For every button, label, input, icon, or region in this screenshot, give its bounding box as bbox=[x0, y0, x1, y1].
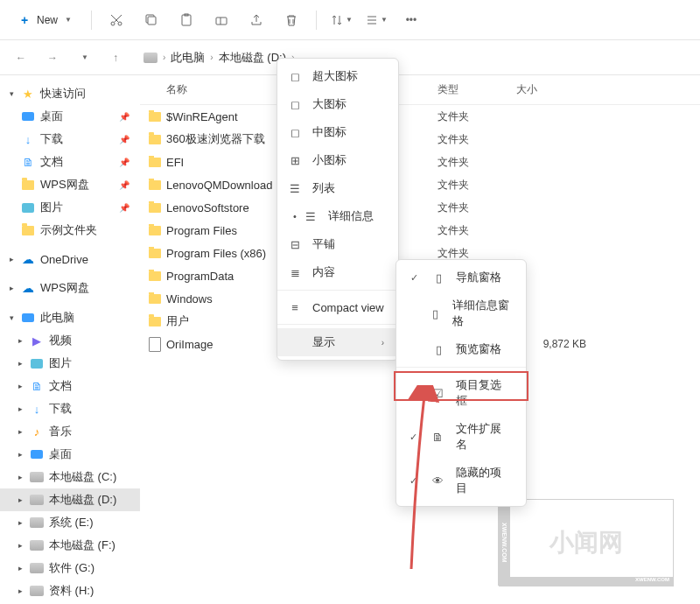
paste-button[interactable] bbox=[171, 4, 202, 36]
sidebar-quick-access[interactable]: ▾★快速访问 bbox=[0, 82, 140, 105]
sidebar-downloads[interactable]: ↓下载📌 bbox=[0, 128, 140, 151]
column-headers: 名称 类型 大小 bbox=[140, 75, 700, 105]
sidebar-wps[interactable]: WPS网盘📌 bbox=[0, 173, 140, 196]
toolbar: + New ▼ ▼ ▼ ••• bbox=[0, 0, 700, 40]
sidebar-label: 下载 bbox=[49, 401, 72, 417]
drive-icon bbox=[30, 538, 44, 552]
file-name: Windows bbox=[166, 292, 213, 306]
file-row[interactable]: Program Files2:41文件夹 bbox=[140, 219, 700, 242]
chevron-right-icon: ▸ bbox=[7, 284, 16, 292]
file-name: LenovoSoftstore bbox=[166, 201, 249, 214]
up-button[interactable]: ↑ bbox=[102, 44, 130, 72]
menu-label: 平铺 bbox=[312, 236, 335, 252]
checkbox-icon: ☑ bbox=[431, 386, 445, 400]
drive-icon bbox=[30, 493, 44, 507]
pin-icon: 📌 bbox=[119, 203, 130, 213]
chevron-right-icon: ▸ bbox=[16, 473, 24, 481]
view-button[interactable]: ▼ bbox=[360, 4, 392, 36]
sidebar-label: 资料 (H:) bbox=[49, 583, 94, 599]
column-size[interactable]: 大小 bbox=[516, 82, 586, 97]
menu-list[interactable]: ☰列表 bbox=[277, 174, 398, 202]
sidebar: ▾★快速访问 桌面📌 ↓下载📌 🗎文档📌 WPS网盘📌 图片📌 示例文件夹 ▸☁… bbox=[0, 75, 140, 604]
menu-details[interactable]: •☰详细信息 bbox=[277, 202, 398, 230]
submenu-item-checkboxes[interactable]: ☑项目复选框 bbox=[396, 371, 526, 415]
sidebar-desktop[interactable]: 桌面📌 bbox=[0, 105, 140, 128]
menu-extra-large-icons[interactable]: ◻超大图标 bbox=[277, 62, 398, 90]
sidebar-pictures[interactable]: 图片📌 bbox=[0, 196, 140, 219]
menu-label: 超大图标 bbox=[312, 68, 358, 84]
pin-icon: 📌 bbox=[119, 158, 130, 167]
file-row[interactable]: EFI6 17:18文件夹 bbox=[140, 151, 700, 173]
breadcrumb-pc[interactable]: 此电脑 bbox=[171, 50, 205, 66]
menu-show[interactable]: 显示› bbox=[277, 328, 398, 356]
chevron-down-icon: ▾ bbox=[7, 313, 16, 322]
cut-button[interactable] bbox=[101, 4, 132, 36]
sidebar-label: 桌面 bbox=[40, 109, 63, 124]
file-row[interactable]: LenovoQMDownload6 19:40文件夹 bbox=[140, 173, 700, 196]
menu-compact-view[interactable]: ≡Compact view bbox=[277, 294, 398, 320]
details-pane-icon: ▯ bbox=[430, 306, 442, 320]
menu-label: Compact view bbox=[312, 301, 384, 314]
share-button[interactable] bbox=[241, 4, 272, 36]
tiles-icon: ⊟ bbox=[288, 237, 302, 251]
sidebar-disk-f[interactable]: ▸本地磁盘 (F:) bbox=[0, 534, 140, 557]
recent-button[interactable]: ▼ bbox=[70, 44, 98, 72]
submenu-nav-pane[interactable]: ✓▯导航窗格 bbox=[396, 263, 526, 291]
bullet-icon: • bbox=[288, 211, 302, 221]
menu-large-icons[interactable]: ◻大图标 bbox=[277, 90, 398, 118]
sidebar-videos[interactable]: ▸▶视频 bbox=[0, 329, 140, 352]
sidebar-onedrive[interactable]: ▸☁OneDrive bbox=[0, 249, 140, 270]
sidebar-disk-g[interactable]: ▸软件 (G:) bbox=[0, 557, 140, 579]
file-name: OriImage bbox=[166, 338, 213, 351]
svg-rect-5 bbox=[216, 18, 227, 25]
copy-button[interactable] bbox=[136, 4, 167, 36]
sidebar-disk-e[interactable]: ▸系统 (E:) bbox=[0, 511, 140, 534]
drive-icon bbox=[30, 561, 44, 575]
sidebar-this-pc[interactable]: ▾此电脑 bbox=[0, 306, 140, 329]
sidebar-wps-drive[interactable]: ▸☁WPS网盘 bbox=[0, 277, 140, 299]
menu-separator bbox=[396, 367, 526, 368]
content-icon: ≣ bbox=[288, 265, 302, 279]
extra-large-icon: ◻ bbox=[288, 69, 302, 83]
file-row[interactable]: 360极速浏览器下载3 17:26文件夹 bbox=[140, 128, 700, 151]
column-type[interactable]: 类型 bbox=[438, 82, 516, 97]
file-type-cell: 文件夹 bbox=[438, 200, 516, 215]
sidebar-pictures2[interactable]: ▸图片 bbox=[0, 352, 140, 375]
file-row[interactable]: LenovoSoftstore6 23:31文件夹 bbox=[140, 196, 700, 219]
sidebar-label: 此电脑 bbox=[40, 310, 74, 326]
sidebar-disk-h[interactable]: ▸资料 (H:) bbox=[0, 579, 140, 602]
submenu-preview-pane[interactable]: ▯预览窗格 bbox=[396, 335, 526, 363]
svg-rect-3 bbox=[182, 15, 191, 25]
submenu-hidden-items[interactable]: ✓👁隐藏的项目 bbox=[396, 459, 526, 502]
file-row[interactable]: $WinREAgent2:15文件夹 bbox=[140, 105, 700, 128]
menu-label: 详细信息窗格 bbox=[452, 298, 512, 329]
menu-label: 文件扩展名 bbox=[456, 421, 512, 453]
sidebar-music[interactable]: ▸♪音乐 bbox=[0, 420, 140, 443]
sidebar-disk-c[interactable]: ▸本地磁盘 (C:) bbox=[0, 466, 140, 488]
menu-label: 大图标 bbox=[312, 96, 346, 112]
back-button[interactable]: ← bbox=[7, 44, 35, 72]
more-button[interactable]: ••• bbox=[396, 4, 427, 36]
menu-label: 详细信息 bbox=[328, 208, 374, 224]
menu-medium-icons[interactable]: ◻中图标 bbox=[277, 118, 398, 146]
sidebar-documents2[interactable]: ▸🗎文档 bbox=[0, 375, 140, 397]
menu-tiles[interactable]: ⊟平铺 bbox=[277, 230, 398, 258]
menu-small-icons[interactable]: ⊞小图标 bbox=[277, 146, 398, 174]
file-icon: 🗎 bbox=[431, 430, 445, 444]
sidebar-downloads2[interactable]: ▸↓下载 bbox=[0, 397, 140, 420]
forward-button[interactable]: → bbox=[38, 44, 66, 72]
sidebar-disk-d[interactable]: ▸本地磁盘 (D:) bbox=[0, 488, 140, 511]
folder-icon bbox=[149, 294, 161, 304]
new-button[interactable]: + New ▼ bbox=[7, 8, 82, 32]
sidebar-documents[interactable]: 🗎文档📌 bbox=[0, 151, 140, 173]
rename-button[interactable] bbox=[206, 4, 237, 36]
sort-button[interactable]: ▼ bbox=[326, 4, 357, 36]
submenu-file-extensions[interactable]: ✓🗎文件扩展名 bbox=[396, 415, 526, 459]
submenu-details-pane[interactable]: ▯详细信息窗格 bbox=[396, 291, 526, 335]
menu-content[interactable]: ≣内容 bbox=[277, 258, 398, 286]
sidebar-desktop2[interactable]: ▸桌面 bbox=[0, 443, 140, 466]
folder-icon bbox=[149, 271, 161, 281]
sidebar-examples[interactable]: 示例文件夹 bbox=[0, 219, 140, 242]
delete-button[interactable] bbox=[276, 4, 307, 36]
chevron-right-icon: ▸ bbox=[16, 564, 24, 572]
